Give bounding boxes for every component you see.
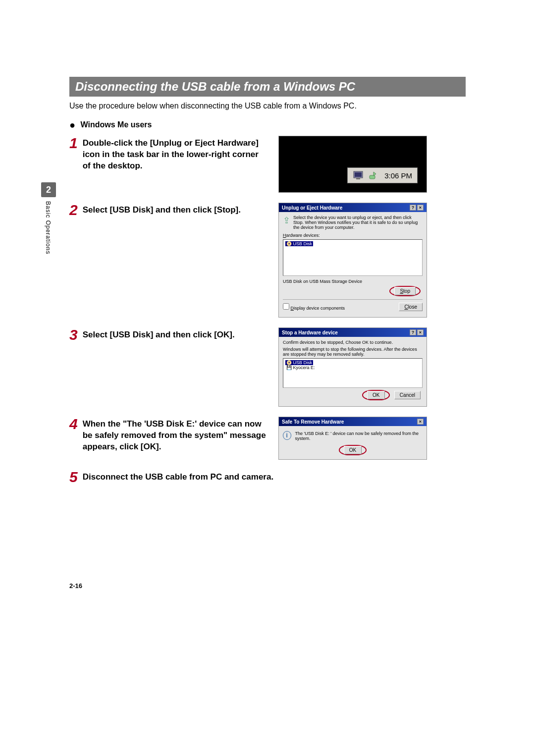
dialog-message-text: Select the device you want to unplug or … [293, 215, 423, 230]
step-2-row: 2 Select [USB Disk] and then click [Stop… [69, 203, 466, 318]
stop-button[interactable]: SStoptop [394, 287, 416, 295]
step-4-row: 4 When the "The 'USB Disk E:' device can… [69, 417, 466, 460]
step-3-number: 3 [69, 327, 78, 342]
hardware-devices-list[interactable]: 📀 USB Disk [283, 239, 423, 276]
eject-hardware-icon[interactable] [368, 170, 378, 181]
figure-1-systray: 3:06 PM [278, 136, 427, 193]
dialog3-titlebar: Stop a Hardware device ? × [279, 328, 427, 337]
help-button[interactable]: ? [410, 329, 416, 335]
intro-text: Use the procedure below when disconnecti… [69, 102, 466, 110]
stop-button-highlight: SStoptop [389, 286, 421, 296]
dialog4-message-text: The 'USB Disk E: ' device can now be saf… [295, 431, 423, 441]
close-button[interactable]: × [417, 205, 424, 211]
step-1-text: Double-click the [Unplug or Eject Hardwa… [83, 136, 268, 172]
display-icon[interactable] [353, 170, 364, 181]
ok-button-highlight: OK [362, 390, 390, 400]
page-number: 2-16 [69, 582, 82, 590]
svg-rect-3 [370, 175, 375, 179]
svg-rect-1 [355, 172, 362, 177]
step-1-left: 1 Double-click the [Unplug or Eject Hard… [69, 136, 268, 172]
dialog4-title-text: Safe To Remove Hardware [282, 419, 344, 425]
display-components-label: Display device componentsDisplay device … [291, 306, 345, 311]
dialog-message: ⇪ Select the device you want to unplug o… [283, 215, 423, 230]
bullet-dot-icon: ● [69, 119, 75, 130]
info-icon: i [283, 431, 291, 440]
cancel-button[interactable]: Cancel [394, 391, 421, 399]
ok-button[interactable]: OK [367, 391, 385, 399]
step-1-row: 1 Double-click the [Unplug or Eject Hard… [69, 136, 466, 193]
hardware-devices-label: HHardware devices:ardware devices: [283, 233, 423, 238]
step-5-text: Disconnect the USB cable from PC and cam… [83, 470, 273, 485]
system-tray[interactable]: 3:06 PM [347, 167, 418, 183]
display-components-checkbox[interactable] [283, 303, 289, 310]
close-button[interactable]: × [417, 419, 424, 425]
section-title: Disconnecting the USB cable from a Windo… [69, 77, 466, 97]
svg-rect-2 [356, 178, 360, 179]
step-4-number: 4 [69, 417, 78, 453]
systray-clock: 3:06 PM [384, 171, 412, 180]
step-5-number: 5 [69, 470, 78, 485]
list-item-volume-e[interactable]: 💾 Kyocera E: [285, 365, 316, 370]
dialog-title-text: Unplug or Eject Hardware [282, 205, 342, 211]
step-3-row: 3 Select [USB Disk] and then click [OK].… [69, 327, 466, 407]
dialog3-msg1: Confirm devices to be stopped, Choose OK… [283, 340, 423, 345]
step-5-left: 5 Disconnect the USB cable from PC and c… [69, 470, 273, 485]
stop-device-list[interactable]: 📀 USB Disk 💾 Kyocera E: [283, 358, 423, 388]
display-components-row: Display device componentsDisplay device … [283, 303, 423, 311]
close-dialog-button[interactable]: CloseClose [399, 303, 423, 311]
step-5-row: 5 Disconnect the USB cable from PC and c… [69, 470, 466, 485]
subheading-windows-me: ● Windows Me users [69, 119, 466, 131]
device-detail-text: USB Disk on USB Mass Storage Device [283, 279, 423, 284]
step-3-left: 3 Select [USB Disk] and then click [OK]. [69, 327, 268, 342]
step-3-text: Select [USB Disk] and then click [OK]. [83, 327, 235, 342]
dialog3-msg2: Windows will attempt to stop the followi… [283, 347, 423, 357]
step-1-number: 1 [69, 136, 78, 172]
chapter-number-badge: 2 [41, 182, 56, 197]
step-4-left: 4 When the "The 'USB Disk E:' device can… [69, 417, 268, 453]
dialog-titlebar: Unplug or Eject Hardware ? × [279, 203, 427, 212]
eject-icon: ⇪ [283, 215, 290, 230]
figure-3-stop-dialog: Stop a Hardware device ? × Confirm devic… [278, 327, 427, 407]
chapter-label: Basic Operations [45, 201, 52, 254]
help-button[interactable]: ? [410, 205, 416, 211]
page-content: Disconnecting the USB cable from a Windo… [69, 77, 466, 494]
figure-2-unplug-dialog: Unplug or Eject Hardware ? × ⇪ Select th… [278, 203, 427, 318]
ok-button[interactable]: OK [344, 446, 362, 454]
chapter-side-tab: 2 Basic Operations [41, 182, 56, 254]
step-2-number: 2 [69, 203, 78, 217]
list-item-usb-disk[interactable]: 📀 USB Disk [285, 360, 313, 365]
subheading-text: Windows Me users [81, 120, 152, 129]
dialog4-titlebar: Safe To Remove Hardware × [279, 417, 427, 426]
step-4-text: When the "The 'USB Disk E:' device can n… [83, 417, 268, 453]
step-2-text: Select [USB Disk] and then click [Stop]. [83, 203, 241, 217]
close-button[interactable]: × [417, 329, 424, 335]
dialog3-title-text: Stop a Hardware device [282, 330, 338, 335]
figure-4-safe-remove-dialog: Safe To Remove Hardware × i The 'USB Dis… [278, 417, 427, 460]
step-2-left: 2 Select [USB Disk] and then click [Stop… [69, 203, 268, 217]
ok-button-highlight: OK [339, 445, 367, 455]
list-item-usb-disk[interactable]: 📀 USB Disk [285, 241, 313, 246]
